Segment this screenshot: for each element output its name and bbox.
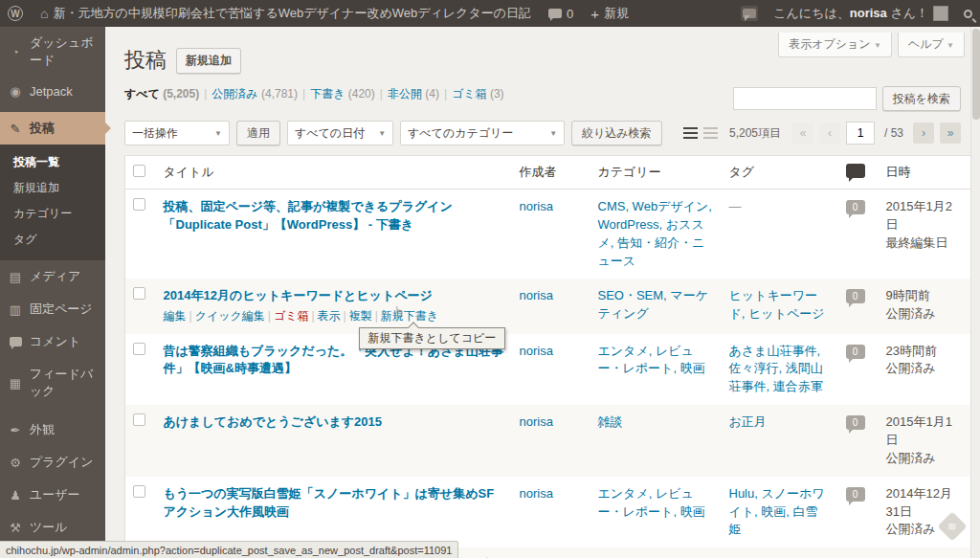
filter-button[interactable]: 絞り込み検索 xyxy=(571,121,662,145)
filter-link[interactable]: 公開済み (4,781) xyxy=(212,87,298,100)
sidebar-item-pages[interactable]: ▥固定ページ xyxy=(0,293,105,325)
chevron-down-icon: ▼ xyxy=(549,129,557,138)
post-title-link[interactable]: 投稿、固定ページ等、記事が複製できるプラグイン「Duplicate Post」【… xyxy=(164,199,453,232)
action-edit[interactable]: 編集 xyxy=(164,309,187,323)
tags-links[interactable]: お正月 xyxy=(729,414,767,429)
action-view[interactable]: 表示 xyxy=(318,309,341,323)
prev-page-button[interactable]: ‹ xyxy=(819,123,840,144)
comments-column-icon[interactable] xyxy=(846,164,865,178)
search-posts-button[interactable]: 投稿を検索 xyxy=(882,86,961,111)
adminbar-comments-link[interactable]: 0 xyxy=(541,0,581,27)
action-clone[interactable]: 複製 xyxy=(349,309,372,323)
filter-count: (3) xyxy=(490,87,504,100)
submenu-item[interactable]: 新規追加 xyxy=(0,175,105,201)
submenu-item[interactable]: 投稿一覧 xyxy=(0,149,105,175)
comment-count-bubble[interactable]: 0 xyxy=(846,415,865,430)
categories-links[interactable]: エンタメ, レビュー・レポート, 映画 xyxy=(598,344,705,376)
sidebar-item-label: ダッシュボード xyxy=(30,34,98,69)
wordpress-logo-icon[interactable]: W xyxy=(0,0,31,27)
category-filter-select[interactable]: すべてのカテゴリー▼ xyxy=(400,121,565,145)
adminbar-new-link[interactable]: + 新規 xyxy=(583,0,636,27)
sidebar-item-jetpack[interactable]: ◉Jetpack xyxy=(0,77,105,106)
screen-options-tab[interactable]: 表示オプション ▼ xyxy=(778,33,892,57)
list-view-icon[interactable] xyxy=(683,127,698,140)
author-link[interactable]: norisa xyxy=(520,414,553,429)
help-tab[interactable]: ヘルプ ▼ xyxy=(898,33,965,57)
comment-count-bubble[interactable]: 0 xyxy=(846,487,865,502)
apply-button[interactable]: 適用 xyxy=(236,121,280,145)
categories-links[interactable]: CMS, Webデザイン, WordPress, おススメ, 告知・紹介・ニュー… xyxy=(598,199,712,268)
date-cell: 2014年12月31日公開済み xyxy=(879,477,971,548)
users-icon: ♟ xyxy=(8,488,23,502)
author-link[interactable]: norisa xyxy=(520,288,553,302)
action-quick-edit[interactable]: クイック編集 xyxy=(195,309,265,323)
filter-link[interactable]: すべて (5,205) xyxy=(124,87,199,100)
row-checkbox[interactable] xyxy=(133,343,145,355)
date-cell: 23時間前公開済み xyxy=(879,334,971,406)
categories-links[interactable]: エンタメ, レビュー・レポート, 映画 xyxy=(598,486,705,519)
select-all-checkbox[interactable] xyxy=(133,165,145,177)
filter-link[interactable]: 下書き (420) xyxy=(310,87,375,100)
scrollbar-thumb[interactable] xyxy=(972,29,980,120)
sidebar-item-dashboard[interactable]: ◔ダッシュボード xyxy=(0,27,105,77)
sidebar-item-tools[interactable]: ⚒ツール xyxy=(0,511,105,544)
total-items-count: 5,205項目 xyxy=(729,125,781,142)
author-link[interactable]: norisa xyxy=(520,199,553,213)
submenu-item[interactable]: タグ xyxy=(0,227,105,253)
post-title-link[interactable]: あけましておめでとうございます2015 xyxy=(164,414,383,429)
column-tags: タグ xyxy=(722,156,838,190)
tags-links[interactable]: ヒットキーワード, ヒットページ xyxy=(729,288,825,321)
author-link[interactable]: norisa xyxy=(520,344,553,358)
comment-count-bubble[interactable]: 0 xyxy=(846,200,865,214)
filter-count: (420) xyxy=(348,87,375,100)
comments-bubble-icon xyxy=(548,9,562,18)
date-filter-select[interactable]: すべての日付▼ xyxy=(287,121,393,145)
search-posts-input[interactable] xyxy=(733,87,877,110)
tags-links[interactable]: あさま山荘事件, 佐々淳行, 浅間山荘事件, 連合赤軍 xyxy=(729,344,823,394)
sidebar-item-comments[interactable]: コメント xyxy=(0,325,105,358)
notification-bubble-button[interactable] xyxy=(733,0,766,27)
sidebar-item-label: フィードバック xyxy=(30,366,98,400)
action-trash[interactable]: ゴミ箱 xyxy=(274,309,309,323)
excerpt-view-icon[interactable] xyxy=(703,127,718,140)
sidebar-item-users[interactable]: ♟ユーザー xyxy=(0,479,105,511)
last-page-button[interactable]: » xyxy=(940,123,961,144)
bulk-action-select[interactable]: 一括操作▼ xyxy=(124,121,230,145)
sidebar-item-feedback[interactable]: ▦フィードバック xyxy=(0,358,105,408)
post-title-link[interactable]: もう一つの実写版白雪姫「スノーホワイト」は寄せ集めSFアクション大作風映画 xyxy=(164,486,495,519)
submenu-item[interactable]: カテゴリー xyxy=(0,201,105,227)
row-checkbox[interactable] xyxy=(133,198,145,211)
categories-links[interactable]: 雑談 xyxy=(598,414,623,429)
sidebar-item-media[interactable]: ▤メディア xyxy=(0,260,105,293)
account-menu[interactable]: こんにちは、norisa さん！ xyxy=(766,0,956,27)
greeting-text: こんにちは、norisa さん！ xyxy=(773,5,928,22)
sidebar-item-appearance[interactable]: ✒外観 xyxy=(0,413,105,446)
feedback-icon: ▦ xyxy=(8,376,23,391)
row-checkbox[interactable] xyxy=(133,413,145,426)
add-new-button[interactable]: 新規追加 xyxy=(176,48,241,74)
author-link[interactable]: norisa xyxy=(520,486,553,501)
filter-link[interactable]: 非公開 (4) xyxy=(388,87,439,100)
plus-icon: + xyxy=(590,6,599,22)
column-title[interactable]: タイトル xyxy=(156,156,512,190)
scrollbar-track[interactable] xyxy=(970,27,980,558)
sidebar-item-label: コメント xyxy=(30,333,80,350)
sidebar-item-label: ユーザー xyxy=(30,486,80,503)
row-checkbox[interactable] xyxy=(133,485,145,498)
browser-status-bar: chihochu.jp/wp-admin/admin.php?action=du… xyxy=(0,541,458,558)
adminbar-search-button[interactable] xyxy=(956,0,980,27)
sidebar-item-posts[interactable]: ✎投稿 xyxy=(0,112,105,145)
comment-count-bubble[interactable]: 0 xyxy=(846,345,865,359)
column-date[interactable]: 日時 xyxy=(879,156,971,190)
next-page-button[interactable]: › xyxy=(913,123,934,144)
categories-links[interactable]: SEO・SEM, マーケティング xyxy=(598,288,708,321)
row-checkbox[interactable] xyxy=(133,287,145,300)
current-page-input[interactable] xyxy=(846,122,875,145)
tags-links[interactable]: Hulu, スノーホワイト, 映画, 白雪姫 xyxy=(729,486,825,537)
filter-link[interactable]: ゴミ箱 (3) xyxy=(452,87,504,100)
sidebar-item-plugins[interactable]: ⚙プラグイン xyxy=(0,446,105,479)
post-title-link[interactable]: 2014年12月のヒットキーワードとヒットページ xyxy=(164,288,433,302)
first-page-button[interactable]: « xyxy=(792,123,813,144)
comment-count-bubble[interactable]: 0 xyxy=(846,289,865,303)
site-link[interactable]: ⌂ 新・元地方の中規模印刷会社で苦悩するWebデザイナー改めWebディレクターの… xyxy=(33,0,539,27)
